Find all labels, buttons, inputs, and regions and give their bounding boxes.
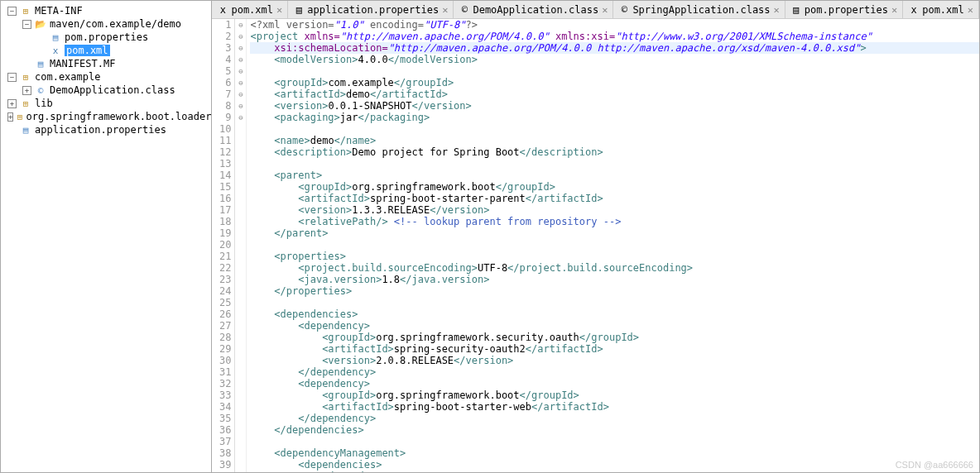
code-line[interactable] — [250, 436, 979, 447]
fold-icon[interactable]: ⊖ — [235, 112, 246, 123]
pkg-icon: ⊞ — [16, 110, 23, 123]
close-icon[interactable]: ✕ — [774, 4, 780, 16]
code-line[interactable]: <dependency> — [250, 471, 979, 472]
code-line[interactable]: <artifactId>spring-boot-starter-web</art… — [250, 401, 979, 413]
fold-icon[interactable]: ⊖ — [235, 42, 246, 54]
code-line[interactable]: <dependencies> — [250, 459, 979, 471]
code-line[interactable]: <artifactId>demo</artifactId> — [250, 88, 979, 100]
editor-tab[interactable]: ©DemoApplication.class✕ — [454, 1, 613, 18]
close-icon[interactable]: ✕ — [602, 4, 608, 16]
tree-node[interactable]: ▤application.properties — [1, 123, 211, 136]
code-line[interactable]: <groupId>com.example</groupId> — [250, 77, 979, 88]
code-line[interactable]: </dependency> — [250, 366, 979, 378]
xml-icon: x — [49, 44, 62, 57]
code-line[interactable]: <parent> — [250, 170, 979, 181]
tree-toggle-icon[interactable]: − — [7, 73, 17, 82]
fold-icon[interactable]: ⊖ — [235, 54, 246, 65]
tree-node[interactable]: −⊞com.example — [1, 70, 211, 84]
code-line[interactable]: <version>1.3.3.RELEASE</version> — [250, 204, 979, 216]
code-line[interactable]: <groupId>org.springframework.boot</group… — [250, 181, 979, 193]
code-line[interactable] — [250, 158, 979, 170]
fold-icon[interactable]: ⊖ — [235, 100, 246, 112]
fold-icon[interactable]: ⊖ — [235, 77, 246, 88]
code-line[interactable]: <packaging>jar</packaging> — [250, 112, 979, 123]
tree-toggle-icon[interactable]: + — [7, 99, 17, 108]
watermark: CSDN @aa666666 — [896, 460, 973, 470]
code-line[interactable]: </parent> — [250, 227, 979, 239]
tree-node[interactable]: +©DemoApplication.class — [1, 84, 211, 97]
tree-node[interactable]: ▤pom.properties — [1, 31, 211, 44]
code-editor[interactable]: 1234567891011121314151617181920212223242… — [212, 19, 979, 472]
tree-node[interactable]: xpom.xml — [1, 44, 211, 57]
fold-gutter[interactable]: ⊖⊖⊖⊖⊖⊖⊖⊖⊖ — [235, 19, 247, 472]
code-line[interactable]: xsi:schemaLocation="http://maven.apache.… — [250, 42, 979, 54]
close-icon[interactable]: ✕ — [442, 4, 448, 16]
code-line[interactable]: <groupId>org.springframework.security.oa… — [250, 332, 979, 343]
code-line[interactable]: </properties> — [250, 285, 979, 297]
file-icon: ▤ — [34, 57, 47, 70]
code-line[interactable]: <relativePath/> <!-- lookup parent from … — [250, 216, 979, 227]
code-line[interactable]: <artifactId>spring-boot-starter-parent</… — [250, 193, 979, 204]
tree-node[interactable]: +⊞lib — [1, 97, 211, 110]
close-icon[interactable]: ✕ — [891, 4, 897, 16]
editor-tab[interactable]: ▤application.properties✕ — [288, 1, 454, 18]
tree-toggle-icon[interactable]: + — [7, 112, 13, 122]
code-line[interactable]: <name>demo</name> — [250, 135, 979, 146]
code-line[interactable]: </dependency> — [250, 413, 979, 424]
editor-tab[interactable]: ©SpringApplication.class✕ — [613, 1, 785, 18]
class-icon: © — [34, 84, 47, 97]
file-icon: ▤ — [293, 4, 305, 16]
fold-icon[interactable]: ⊖ — [235, 65, 246, 77]
code-line[interactable]: <dependencies> — [250, 308, 979, 320]
code-line[interactable]: <artifactId>spring-security-oauth2</arti… — [250, 343, 979, 355]
tree-label: pom.xml — [65, 45, 110, 56]
tree-node[interactable]: −📂maven/com.example/demo — [1, 17, 211, 31]
file-icon: ▤ — [19, 123, 32, 136]
tree-label: lib — [35, 98, 53, 109]
code-line[interactable]: <dependency> — [250, 320, 979, 332]
folder-icon: 📂 — [34, 17, 47, 31]
code-line[interactable]: <modelVersion>4.0.0</modelVersion> — [250, 54, 979, 65]
code-line[interactable]: <version>2.0.8.RELEASE</version> — [250, 355, 979, 366]
code-line[interactable]: <java.version>1.8</java.version> — [250, 274, 979, 285]
fold-icon[interactable]: ⊖ — [235, 88, 246, 100]
xml-icon: x — [908, 4, 920, 16]
code-line[interactable] — [250, 239, 979, 251]
class-icon: © — [459, 4, 470, 16]
code-line[interactable] — [250, 123, 979, 135]
tree-toggle-icon[interactable]: − — [22, 20, 31, 29]
editor-tabs[interactable]: xpom.xml✕▤application.properties✕©DemoAp… — [212, 1, 979, 19]
code-line[interactable]: <description>Demo project for Spring Boo… — [250, 146, 979, 158]
tab-label: pom.xml — [231, 4, 273, 16]
tree-node[interactable]: +⊞org.springframework.boot.loader — [1, 110, 211, 123]
code-line[interactable] — [250, 297, 979, 308]
editor-tab[interactable]: ▤pom.properties✕ — [785, 1, 903, 18]
code-line[interactable] — [250, 65, 979, 77]
code-line[interactable]: <dependencyManagement> — [250, 447, 979, 459]
fold-icon[interactable]: ⊖ — [235, 19, 246, 31]
close-icon[interactable]: ✕ — [276, 4, 282, 16]
code-line[interactable]: <?xml version="1.0" encoding="UTF-8"?> — [250, 19, 979, 31]
editor-tab[interactable]: xpom.xml✕ — [212, 1, 288, 18]
fold-icon[interactable]: ⊖ — [235, 31, 246, 42]
close-icon[interactable]: ✕ — [968, 4, 973, 16]
tree-node[interactable]: −⊞META-INF — [1, 4, 211, 17]
code-line[interactable]: </dependencies> — [250, 424, 979, 436]
tree-toggle-icon[interactable]: − — [7, 7, 17, 16]
tree-toggle-icon — [22, 60, 31, 69]
tree-label: maven/com.example/demo — [50, 18, 181, 30]
code-line[interactable]: <project.build.sourceEncoding>UTF-8</pro… — [250, 262, 979, 274]
tree-toggle-icon[interactable]: + — [22, 86, 31, 95]
code-line[interactable]: <version>0.0.1-SNAPSHOT</version> — [250, 100, 979, 112]
xml-icon: x — [217, 4, 228, 16]
code-line[interactable]: <dependency> — [250, 378, 979, 389]
code-line[interactable]: <properties> — [250, 251, 979, 262]
code-area[interactable]: <?xml version="1.0" encoding="UTF-8"?><p… — [247, 19, 979, 472]
code-line[interactable]: <groupId>org.springframework.boot</group… — [250, 389, 979, 401]
pkg-icon: ⊞ — [19, 97, 32, 110]
project-tree[interactable]: −⊞META-INF−📂maven/com.example/demo▤pom.p… — [1, 1, 212, 472]
editor-tab[interactable]: xpom.xml✕ — [903, 1, 979, 18]
code-line[interactable]: <project xmlns="http://maven.apache.org/… — [250, 31, 979, 42]
tree-node[interactable]: ▤MANIFEST.MF — [1, 57, 211, 70]
tree-label: DemoApplication.class — [50, 84, 175, 96]
